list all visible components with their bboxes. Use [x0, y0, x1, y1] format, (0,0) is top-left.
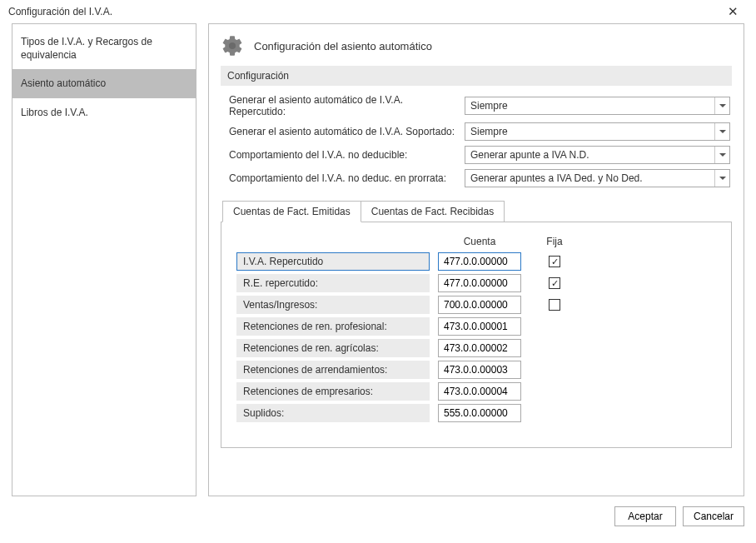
table-row: Retenciones de ren. profesional:: [236, 317, 716, 336]
titlebar: Configuración del I.V.A. ✕: [0, 0, 756, 23]
form-label-3: Comportamiento del I.V.A. no deduc. en p…: [229, 172, 458, 184]
window-title: Configuración del I.V.A.: [8, 6, 112, 17]
fija-checkbox-2[interactable]: [549, 299, 560, 311]
row-label-2: Ventas/Ingresos:: [236, 296, 430, 314]
cuenta-input-5[interactable]: [438, 361, 521, 379]
table-row: I.V.A. Repercutido: [236, 252, 716, 271]
section-header: Configuración: [221, 66, 732, 86]
row-label-1: R.E. repercutido:: [236, 274, 430, 292]
sidebar-item-2[interactable]: Libros de I.V.A.: [12, 98, 196, 127]
form-combo-value-2: Generar apunte a IVA N.D.: [470, 149, 589, 161]
sidebar-item-0[interactable]: Tipos de I.V.A. y Recargos de equivalenc…: [12, 27, 196, 69]
form-combo-3[interactable]: Generar apuntes a IVA Ded. y No Ded.: [465, 169, 730, 187]
cuenta-input-3[interactable]: [438, 317, 521, 336]
table-row: R.E. repercutido:: [236, 274, 716, 292]
tab-0[interactable]: Cuentas de Fact. Emitidas: [222, 201, 361, 222]
form-combo-value-3: Generar apuntes a IVA Ded. y No Ded.: [470, 172, 643, 184]
form-label-0: Generar el asiento automático de I.V.A. …: [229, 94, 458, 117]
config-form: Generar el asiento automático de I.V.A. …: [221, 94, 732, 196]
accept-button[interactable]: Aceptar: [614, 506, 676, 526]
gear-icon: [221, 34, 244, 57]
sidebar: Tipos de I.V.A. y Recargos de equivalenc…: [12, 23, 196, 496]
row-label-4: Retenciones de ren. agrícolas:: [236, 339, 430, 357]
form-label-2: Comportamiento del I.V.A. no deducible:: [229, 149, 458, 161]
col-cuenta: Cuenta: [438, 236, 521, 247]
table-row: Retenciones de ren. agrícolas:: [236, 339, 716, 357]
fija-checkbox-0[interactable]: [549, 256, 560, 267]
tabs: Cuentas de Fact. EmitidasCuentas de Fact…: [221, 201, 732, 222]
form-label-1: Generar el asiento automático de I.V.A. …: [229, 126, 458, 137]
fija-checkbox-1[interactable]: [549, 277, 560, 289]
dialog-footer: Aceptar Cancelar: [0, 496, 756, 526]
form-combo-value-0: Siempre: [470, 100, 508, 112]
table-header: Cuenta Fija: [236, 234, 716, 252]
page-title: Configuración del asiento automático: [254, 40, 432, 52]
col-fija: Fija: [530, 236, 579, 247]
chevron-down-icon: [714, 170, 729, 187]
sidebar-item-1[interactable]: Asiento automático: [12, 69, 196, 97]
cuenta-input-7[interactable]: [438, 404, 521, 422]
tab-pane: Cuenta Fija I.V.A. RepercutidoR.E. reper…: [221, 222, 732, 448]
chevron-down-icon: [714, 97, 729, 114]
page-header: Configuración del asiento automático: [221, 32, 732, 66]
form-combo-0[interactable]: Siempre: [465, 97, 730, 115]
row-label-6: Retenciones de empresarios:: [236, 382, 430, 401]
form-combo-1[interactable]: Siempre: [465, 122, 730, 141]
form-combo-2[interactable]: Generar apunte a IVA N.D.: [465, 146, 730, 164]
row-label-0: I.V.A. Repercutido: [236, 252, 430, 271]
table-row: Retenciones de empresarios:: [236, 382, 716, 401]
table-row: Ventas/Ingresos:: [236, 296, 716, 314]
chevron-down-icon: [714, 147, 729, 163]
row-label-5: Retenciones de arrendamientos:: [236, 361, 430, 379]
chevron-down-icon: [714, 123, 729, 140]
main-panel: Configuración del asiento automático Con…: [208, 23, 744, 496]
cancel-button[interactable]: Cancelar: [683, 506, 744, 526]
cuenta-input-2[interactable]: [438, 296, 521, 314]
table-row: Suplidos:: [236, 404, 716, 422]
cuenta-input-0[interactable]: [438, 252, 521, 271]
table-row: Retenciones de arrendamientos:: [236, 361, 716, 379]
row-label-3: Retenciones de ren. profesional:: [236, 317, 430, 336]
cuenta-input-6[interactable]: [438, 382, 521, 401]
cuenta-input-4[interactable]: [438, 339, 521, 357]
tab-1[interactable]: Cuentas de Fact. Recibidas: [361, 201, 505, 222]
cuenta-input-1[interactable]: [438, 274, 521, 292]
row-label-7: Suplidos:: [236, 404, 430, 422]
form-combo-value-1: Siempre: [470, 126, 508, 137]
close-icon[interactable]: ✕: [716, 3, 749, 20]
